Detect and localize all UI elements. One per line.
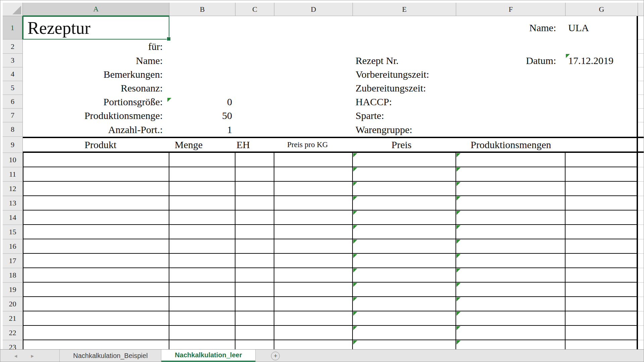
row-header-21[interactable]: 21 [3,311,23,326]
cell-C20[interactable] [235,297,274,311]
cell-B8[interactable]: 1 [169,122,235,137]
cell-F1[interactable]: Name: [456,16,566,40]
cell-G17[interactable] [566,254,638,268]
cell-B2[interactable] [169,40,235,54]
cell-A18[interactable] [23,268,169,283]
row-header-8[interactable]: 8 [3,122,23,137]
cell-B3[interactable] [169,54,235,67]
cell-B15[interactable] [169,225,235,239]
cell-B23[interactable] [169,340,235,349]
cell-G18[interactable] [566,268,638,283]
cell-G7[interactable] [566,109,638,122]
cell-D16[interactable] [274,239,353,254]
row-header-7[interactable]: 7 [3,109,23,122]
cell-A7[interactable]: Produktionsmenge: [23,109,169,122]
cell-G14[interactable] [566,210,638,225]
table-header-produkt[interactable]: Produkt [23,138,169,152]
cell-E18[interactable] [353,268,456,283]
cell-C5[interactable] [235,81,274,95]
cell-D20[interactable] [274,297,353,311]
cell-D8[interactable] [274,122,353,137]
cell-C22[interactable] [235,326,274,340]
cell-F8[interactable] [456,122,566,137]
cell-C4[interactable] [235,67,274,81]
cell-A2[interactable]: für: [23,40,169,54]
cell-D4[interactable] [274,67,353,81]
cell-F2[interactable] [456,40,566,54]
cell-D5[interactable] [274,81,353,95]
cell-C8[interactable] [235,122,274,137]
cell-B16[interactable] [169,239,235,254]
table-header-preis[interactable]: Preis [353,138,456,152]
cell-A3[interactable]: Name: [23,54,169,67]
cell-E10[interactable] [353,153,456,167]
row-header-23[interactable]: 23 [3,340,23,349]
cell-E22[interactable] [353,326,456,340]
cell-D6[interactable] [274,95,353,109]
cell-A20[interactable] [23,297,169,311]
cell-A14[interactable] [23,210,169,225]
row-header-12[interactable]: 12 [3,182,23,196]
cell-C19[interactable] [235,283,274,297]
cell-G11[interactable] [566,167,638,182]
cell-F15[interactable] [456,225,566,239]
cell-F18[interactable] [456,268,566,283]
cell-F6[interactable] [456,95,566,109]
cell-D15[interactable] [274,225,353,239]
row-header-13[interactable]: 13 [3,196,23,210]
row-header-17[interactable]: 17 [3,254,23,268]
column-header-E[interactable]: E [353,3,456,16]
cell-F13[interactable] [456,196,566,210]
cell-A6[interactable]: Portionsgröße: [23,95,169,109]
cell-B5[interactable] [169,81,235,95]
cell-E6[interactable]: HACCP: [353,95,456,109]
cell-B18[interactable] [169,268,235,283]
cell-E1[interactable] [353,16,456,40]
cell-G23[interactable] [566,340,638,349]
cell-G16[interactable] [566,239,638,254]
cell-E23[interactable] [353,340,456,349]
cell-C6[interactable] [235,95,274,109]
cell-C10[interactable] [235,153,274,167]
cell-F3[interactable]: Datum: [456,54,566,67]
cell-D23[interactable] [274,340,353,349]
cell-F22[interactable] [456,326,566,340]
cell-B6[interactable]: 0 [169,95,235,109]
cell-D18[interactable] [274,268,353,283]
cell-G1[interactable]: ULA [566,16,638,40]
add-sheet-button[interactable]: + [271,352,280,360]
cell-G2[interactable] [566,40,638,54]
cell-B22[interactable] [169,326,235,340]
row-header-19[interactable]: 19 [3,283,23,297]
cell-A12[interactable] [23,182,169,196]
cell-E14[interactable] [353,210,456,225]
column-header-D[interactable]: D [274,3,353,16]
cell-E3[interactable]: Rezept Nr. [353,54,456,67]
cell-D19[interactable] [274,283,353,297]
cell-B11[interactable] [169,167,235,182]
cell-D11[interactable] [274,167,353,182]
cell-B21[interactable] [169,311,235,326]
table-header-preis-pro-kg[interactable]: Preis pro KG [274,138,353,152]
cell-F23[interactable] [456,340,566,349]
cell-C17[interactable] [235,254,274,268]
cell-G4[interactable] [566,67,638,81]
cell-G13[interactable] [566,196,638,210]
cell-D10[interactable] [274,153,353,167]
column-header-G[interactable]: G [566,3,638,16]
cell-D7[interactable] [274,109,353,122]
tab-scroll-right-icon[interactable]: ► [30,353,35,359]
cell-E11[interactable] [353,167,456,182]
cell-F7[interactable] [456,109,566,122]
cell-A13[interactable] [23,196,169,210]
cell-A19[interactable] [23,283,169,297]
column-header-F[interactable]: F [456,3,566,16]
cell-E21[interactable] [353,311,456,326]
cell-E2[interactable] [353,40,456,54]
cell-A11[interactable] [23,167,169,182]
column-header-A[interactable]: A [23,3,169,16]
cell-C11[interactable] [235,167,274,182]
table-header-produktionsmengen[interactable]: Produktionsmengen [456,138,566,152]
cell-C21[interactable] [235,311,274,326]
cell-E12[interactable] [353,182,456,196]
